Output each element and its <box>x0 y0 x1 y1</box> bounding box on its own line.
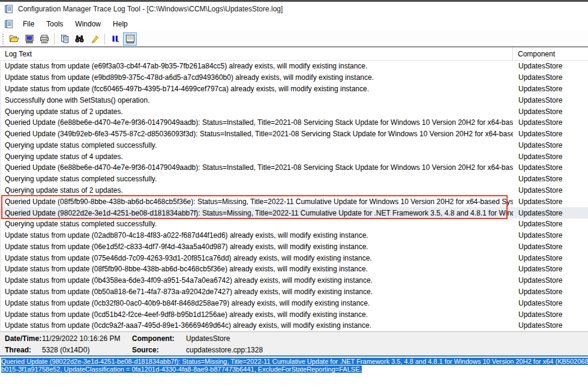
log-text-cell: Querying update status of 2 updates. <box>1 107 513 116</box>
table-row[interactable]: Update status from update (0b4358ea-6de3… <box>1 275 588 286</box>
toolbar-gripper[interactable] <box>2 33 5 45</box>
component-cell: UpdatesStore <box>513 62 588 70</box>
component-cell: UpdatesStore <box>513 220 588 228</box>
document-icon <box>4 19 14 29</box>
table-row[interactable]: Update status from update (e69f3a03-cb4f… <box>1 61 588 72</box>
table-row[interactable]: Update status from update (0cb32f80-0ac0… <box>1 297 588 309</box>
log-text-cell: Queried Update (98022d2e-3e1d-4251-be08-… <box>1 209 513 217</box>
component-cell: UpdatesStore <box>513 265 588 273</box>
table-row[interactable]: Queried Update (08f5fb90-8bbe-438b-ab6d-… <box>1 196 588 207</box>
log-text-cell: Queried Update (6e88be6e-d470-4e7e-9f36-… <box>1 163 513 172</box>
app-icon <box>4 4 14 14</box>
table-row[interactable]: Querying update status of 4 updates. Upd… <box>1 151 588 162</box>
table-row[interactable]: Querying update status completed success… <box>1 219 588 230</box>
table-row[interactable]: Update status from update (0cd51b42-f2ce… <box>1 309 588 320</box>
title-bar: Configuration Manager Trace Log Tool - [… <box>0 2 588 16</box>
table-row[interactable]: Update status from update (075e46dd-7c09… <box>1 252 588 264</box>
computer-icon <box>25 34 34 44</box>
table-row[interactable]: Queried Update (6e88be6e-d470-4e7e-9f36-… <box>1 117 588 128</box>
copy-button[interactable] <box>58 32 71 46</box>
component-cell: UpdatesStore <box>513 243 588 251</box>
binoculars-icon <box>74 34 85 43</box>
column-header-component[interactable]: Component <box>513 47 588 60</box>
menu-window[interactable]: Window <box>70 18 106 30</box>
component-cell: UpdatesStore <box>513 73 588 82</box>
table-row[interactable]: Update status from update (fcc60465-497b… <box>1 83 588 95</box>
component-cell: UpdatesStore <box>513 321 588 330</box>
thread-label: Thread: <box>5 346 42 354</box>
toolbar-separator <box>104 34 105 44</box>
table-row[interactable]: Update status from update (e9bd89b9-375c… <box>1 72 588 83</box>
component-cell: UpdatesStore <box>513 96 588 104</box>
highlight-button[interactable] <box>88 32 101 46</box>
copy-icon <box>60 34 70 44</box>
column-header-log-text[interactable]: Log Text <box>0 47 513 60</box>
toolbar <box>0 31 588 47</box>
log-text-cell: Queried Update (6e88be6e-d470-4e7e-9f36-… <box>1 118 513 127</box>
component-cell: UpdatesStore <box>513 231 588 240</box>
table-row[interactable]: Queried Update (6e88be6e-d470-4e7e-9f36-… <box>1 162 588 173</box>
window-title: Configuration Manager Trace Log Tool - [… <box>18 5 283 13</box>
log-text-cell: Update status from update (e9bd89b9-375c… <box>1 73 513 82</box>
pause-icon <box>111 35 119 43</box>
table-row[interactable]: Querying update status of 2 updates. Upd… <box>1 185 588 196</box>
component-cell: UpdatesStore <box>513 163 588 172</box>
menu-help[interactable]: Help <box>108 18 133 30</box>
table-row[interactable]: Querying update status completed success… <box>1 173 588 185</box>
table-row[interactable]: Querying update status of 2 updates. Upd… <box>1 106 588 117</box>
open-remote-button[interactable] <box>22 32 36 46</box>
printer-icon <box>40 34 49 44</box>
log-text-cell: Update status from update (02adb870-4c18… <box>1 231 513 240</box>
log-text-cell: Querying update status completed success… <box>1 220 513 228</box>
component-cell: UpdatesStore <box>513 288 588 296</box>
log-text-cell: Update status from update (0b4358ea-6de3… <box>1 276 513 285</box>
component-cell: UpdatesStore <box>513 141 588 149</box>
log-text-cell: Querying update status completed success… <box>1 175 513 183</box>
toggle-detail-pane-button[interactable] <box>123 32 137 46</box>
component-cell: UpdatesStore <box>513 209 588 217</box>
component-cell: UpdatesStore <box>513 198 588 206</box>
table-row[interactable]: Update status from update (02adb870-4c18… <box>1 230 588 241</box>
cmtrace-window: Configuration Manager Trace Log Tool - [… <box>0 0 588 386</box>
log-text-cell: Update status from update (fcc60465-497b… <box>1 85 513 93</box>
table-row[interactable]: Update status from update (06e1d5f2-c833… <box>1 241 588 253</box>
component-label: Component: <box>132 334 186 343</box>
open-file-button[interactable] <box>7 32 21 46</box>
detail-pane-icon <box>125 34 135 44</box>
highlighter-icon <box>90 34 100 44</box>
pause-button[interactable] <box>108 32 122 46</box>
log-text-cell: Querying update status of 2 updates. <box>1 186 513 195</box>
source-label: Source: <box>132 346 186 354</box>
list-header: Log Text Component <box>0 47 588 61</box>
details-pane: Date/Time: 11/29/2022 10:16:26 PM Compon… <box>0 331 588 355</box>
table-row[interactable]: Queried Update (98022d2e-3e1d-4251-be08-… <box>1 207 588 219</box>
preview-line: Queried Update (98022d2e-3e1d-4251-be08-… <box>1 358 588 366</box>
table-row[interactable]: Successfully done with SetStatus() opera… <box>1 94 588 106</box>
table-row[interactable]: Update status from update (0cdc9a2f-aaa7… <box>1 320 588 331</box>
component-value: UpdatesStore <box>186 334 588 343</box>
component-cell: UpdatesStore <box>513 130 588 138</box>
open-folder-icon <box>9 34 19 43</box>
table-row[interactable]: Querying update status completed success… <box>1 139 588 151</box>
log-text-cell: Queried Update (08f5fb90-8bbe-438b-ab6d-… <box>1 198 513 206</box>
component-cell: UpdatesStore <box>513 175 588 183</box>
table-row[interactable]: Update status from update (0b50a818-6e71… <box>1 286 588 298</box>
print-button[interactable] <box>37 32 51 46</box>
log-text-cell: Update status from update (075e46dd-7c09… <box>1 254 513 262</box>
source-value: cupdatesstore.cpp:1328 <box>186 346 588 354</box>
log-text-cell: Querying update status of 4 updates. <box>1 152 513 161</box>
preview-pane[interactable]: Queried Update (98022d2e-3e1d-4251-be08-… <box>0 355 588 386</box>
component-cell: UpdatesStore <box>513 254 588 262</box>
date-time-value: 11/29/2022 10:16:26 PM <box>42 334 132 343</box>
find-button[interactable] <box>73 32 86 46</box>
log-text-cell: Update status from update (06e1d5f2-c833… <box>1 243 513 251</box>
component-cell: UpdatesStore <box>513 85 588 93</box>
table-row[interactable]: Queried Update (349b92eb-6fe3-4575-87c2-… <box>1 128 588 140</box>
menu-tools[interactable]: Tools <box>41 18 68 30</box>
preview-line: b015-3f1a91758e52, UpdateClassification … <box>1 366 588 373</box>
component-cell: UpdatesStore <box>513 152 588 161</box>
menu-bar: File Tools Window Help <box>0 16 588 31</box>
menu-file[interactable]: File <box>18 18 39 30</box>
log-text-cell: Update status from update (0b50a818-6e71… <box>1 288 513 296</box>
table-row[interactable]: Update status from update (08f5fb90-8bbe… <box>1 264 588 275</box>
